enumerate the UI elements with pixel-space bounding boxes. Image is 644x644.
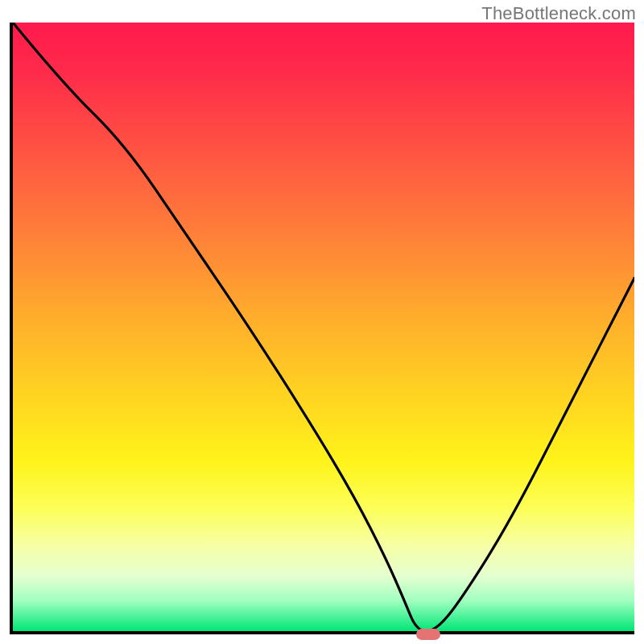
watermark-text: TheBottleneck.com	[481, 3, 636, 24]
bottleneck-curve-path	[13, 23, 634, 631]
bottleneck-chart: TheBottleneck.com	[0, 0, 644, 644]
curve-svg	[13, 23, 634, 631]
optimal-marker	[416, 629, 440, 640]
plot-area	[10, 23, 634, 634]
